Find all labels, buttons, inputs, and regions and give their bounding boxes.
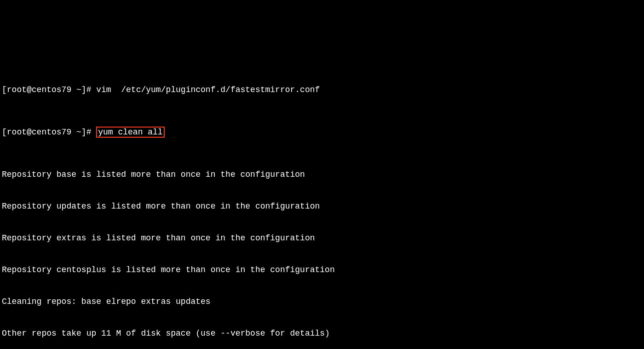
output-line: Other repos take up 11 M of disk space (… bbox=[2, 328, 642, 339]
output-line: Cleaning repos: base elrepo extras updat… bbox=[2, 297, 642, 307]
output-line: Repository updates is listed more than o… bbox=[2, 201, 642, 212]
output-line: Repository centosplus is listed more tha… bbox=[2, 265, 642, 275]
output-line: Repository base is listed more than once… bbox=[2, 169, 642, 180]
cmd-line-clean: [root@centos79 ~]# yum clean all bbox=[2, 127, 642, 138]
cmd-vim: vim /etc/yum/pluginconf.d/fastestmirror.… bbox=[96, 85, 320, 94]
highlight-clean: yum clean all bbox=[96, 127, 164, 138]
terminal[interactable]: [root@centos79 ~]# vim /etc/yum/pluginco… bbox=[0, 53, 644, 349]
cmd-line-vim: [root@centos79 ~]# vim /etc/yum/pluginco… bbox=[2, 85, 642, 95]
output-line: Repository extras is listed more than on… bbox=[2, 233, 642, 244]
prompt: [root@centos79 ~]# bbox=[2, 128, 96, 137]
prompt: [root@centos79 ~]# bbox=[2, 85, 96, 94]
cmd-clean: yum clean all bbox=[98, 128, 162, 137]
